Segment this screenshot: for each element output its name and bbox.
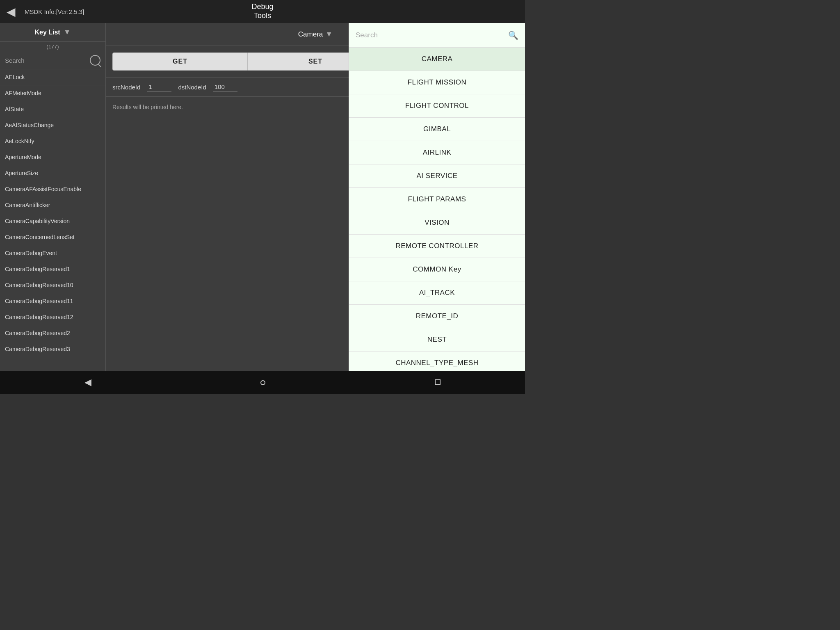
key-list-item[interactable]: CameraDebugReserved3 — [0, 341, 105, 357]
key-list-item[interactable]: CameraDebugReserved11 — [0, 293, 105, 309]
key-list-header[interactable]: Key List ▼ — [0, 23, 105, 42]
key-list: AELockAFMeterModeAfStateAeAfStatusChange… — [0, 69, 105, 371]
category-item[interactable]: NEST — [349, 328, 525, 352]
nav-back-button[interactable]: ◀ — [71, 374, 105, 391]
camera-chevron-icon: ▼ — [325, 30, 333, 39]
category-item[interactable]: FLIGHT CONTROL — [349, 94, 525, 118]
dst-node-value[interactable]: 100 — [213, 82, 237, 91]
version-info: MSDK Info:[Ver:2.5.3] — [25, 8, 84, 15]
key-list-item[interactable]: CameraCapabilityVersion — [0, 213, 105, 229]
page-title: DebugTools — [251, 2, 273, 20]
back-button[interactable]: ◀ — [7, 5, 16, 18]
chevron-down-icon: ▼ — [64, 28, 71, 37]
top-bar: ◀ MSDK Info:[Ver:2.5.3] DebugTools — [0, 0, 525, 23]
category-item[interactable]: REMOTE CONTROLLER — [349, 235, 525, 258]
key-list-item[interactable]: AeAfStatusChange — [0, 117, 105, 133]
left-panel: Key List ▼ (177) AELockAFMeterModeAfStat… — [0, 23, 106, 371]
key-list-item[interactable]: CameraAntiflicker — [0, 197, 105, 213]
key-list-item[interactable]: ApertureMode — [0, 149, 105, 165]
get-button[interactable]: GET — [112, 52, 248, 71]
category-item[interactable]: AIRLINK — [349, 141, 525, 164]
category-item[interactable]: FLIGHT PARAMS — [349, 188, 525, 211]
category-item[interactable]: AI_TRACK — [349, 281, 525, 305]
right-search-box: 🔍 — [349, 23, 525, 48]
src-node-label: srcNodeId — [112, 84, 140, 91]
category-item[interactable]: AI SERVICE — [349, 164, 525, 188]
key-list-item[interactable]: CameraDebugReserved10 — [0, 277, 105, 293]
category-item[interactable]: CAMERA — [349, 48, 525, 71]
bottom-nav: ◀ — [0, 371, 525, 394]
category-item[interactable]: VISION — [349, 211, 525, 235]
key-list-title: Key List — [34, 29, 60, 36]
results-placeholder: Results will be printed here. — [112, 104, 183, 110]
key-list-item[interactable]: AELock — [0, 69, 105, 85]
key-list-item[interactable]: ApertureSize — [0, 165, 105, 181]
key-list-item[interactable]: AfState — [0, 101, 105, 117]
home-icon — [260, 380, 265, 385]
left-search-input[interactable] — [5, 57, 87, 64]
key-list-item[interactable]: CameraAFAssistFocusEnable — [0, 181, 105, 197]
key-list-item[interactable]: AFMeterMode — [0, 85, 105, 101]
category-item[interactable]: FLIGHT MISSION — [349, 71, 525, 94]
left-search-box — [0, 52, 105, 69]
key-list-item[interactable]: AeLockNtfy — [0, 133, 105, 149]
recent-icon — [435, 379, 441, 385]
right-panel: 🔍 CAMERAFLIGHT MISSIONFLIGHT CONTROLGIMB… — [349, 23, 525, 371]
key-list-count: (177) — [46, 43, 59, 50]
main-content: Key List ▼ (177) AELockAFMeterModeAfStat… — [0, 23, 525, 371]
nav-home-button[interactable] — [247, 374, 278, 391]
category-item[interactable]: GIMBAL — [349, 118, 525, 141]
key-list-item[interactable]: CameraDebugReserved2 — [0, 325, 105, 341]
key-list-item[interactable]: CameraDebugReserved12 — [0, 309, 105, 325]
search-icon — [90, 55, 100, 66]
key-list-item[interactable]: CameraDebugReserved1 — [0, 261, 105, 277]
category-item[interactable]: REMOTE_ID — [349, 305, 525, 328]
dst-node-label: dstNodeId — [178, 84, 206, 91]
nav-recent-button[interactable] — [422, 374, 454, 391]
category-item[interactable]: CHANNEL_TYPE_MESH — [349, 352, 525, 371]
category-list: CAMERAFLIGHT MISSIONFLIGHT CONTROLGIMBAL… — [349, 48, 525, 371]
key-list-item[interactable]: CameraConcernedLensSet — [0, 229, 105, 245]
camera-selector[interactable]: Camera ▼ — [298, 30, 333, 39]
right-search-input[interactable] — [356, 31, 505, 39]
camera-label: Camera — [298, 30, 323, 39]
category-item[interactable]: COMMON Key — [349, 258, 525, 281]
src-node-value[interactable]: 1 — [147, 82, 171, 91]
key-list-item[interactable]: CameraDebugEvent — [0, 245, 105, 261]
right-search-icon: 🔍 — [508, 30, 518, 40]
